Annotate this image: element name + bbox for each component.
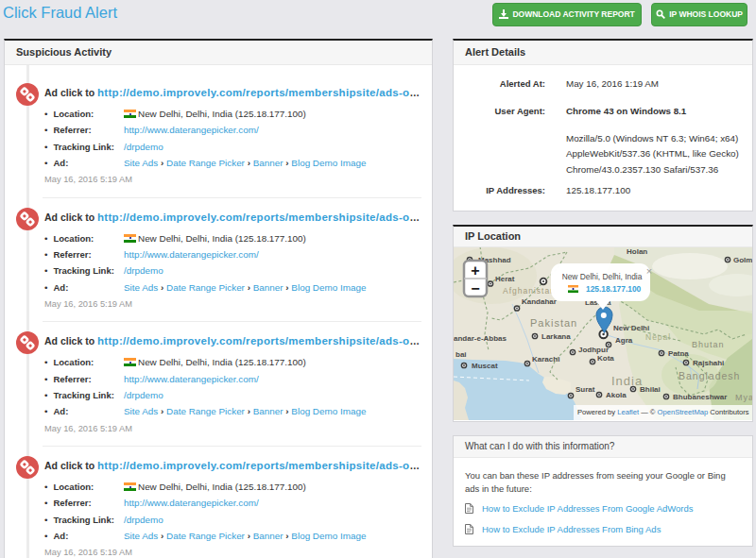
svg-text:Akola: Akola bbox=[606, 391, 627, 399]
svg-text:Muscat: Muscat bbox=[472, 362, 498, 370]
svg-text:andar-e-Abbas: andar-e-Abbas bbox=[454, 334, 507, 343]
svg-text:New Delhi: New Delhi bbox=[613, 324, 649, 332]
svg-text:Bhubaneshwar: Bhubaneshwar bbox=[673, 393, 727, 401]
svg-text:bai: bai bbox=[455, 350, 467, 359]
svg-text:−: − bbox=[471, 280, 479, 296]
svg-text:Afghanistan: Afghanistan bbox=[503, 286, 556, 296]
svg-text:India: India bbox=[611, 374, 643, 388]
svg-text:Karachi: Karachi bbox=[532, 355, 559, 364]
svg-text:Bhutan: Bhutan bbox=[692, 340, 725, 349]
svg-text:Pakistan: Pakistan bbox=[530, 317, 577, 329]
svg-text:Myanm: Myanm bbox=[735, 393, 752, 402]
svg-text:New Delhi, Delhi, India: New Delhi, Delhi, India bbox=[562, 272, 643, 281]
svg-text:Herat: Herat bbox=[495, 275, 515, 283]
svg-text:Golm: Golm bbox=[733, 256, 752, 264]
svg-text:×: × bbox=[646, 265, 652, 277]
svg-text:125.18.177.100: 125.18.177.100 bbox=[586, 284, 642, 294]
svg-text:+: + bbox=[471, 262, 479, 279]
svg-text:Nepal: Nepal bbox=[645, 332, 671, 342]
svg-text:Bangladesh: Bangladesh bbox=[679, 370, 740, 381]
svg-text:Rajshahi: Rajshahi bbox=[693, 359, 724, 367]
svg-text:Kota: Kota bbox=[597, 354, 614, 363]
svg-text:Powered by Leaflet — © OpenStr: Powered by Leaflet — © OpenStreetMap Con… bbox=[577, 408, 749, 416]
svg-text:Jodhpur: Jodhpur bbox=[578, 346, 609, 354]
svg-text:Patna: Patna bbox=[668, 349, 689, 358]
svg-text:Bhilai: Bhilai bbox=[640, 385, 661, 394]
svg-text:Holan: Holan bbox=[627, 247, 647, 256]
svg-text:Surat: Surat bbox=[576, 385, 595, 394]
svg-text:Agra: Agra bbox=[615, 336, 633, 345]
svg-text:Kandahar: Kandahar bbox=[522, 297, 557, 306]
svg-text:Larkana: Larkana bbox=[541, 332, 571, 341]
